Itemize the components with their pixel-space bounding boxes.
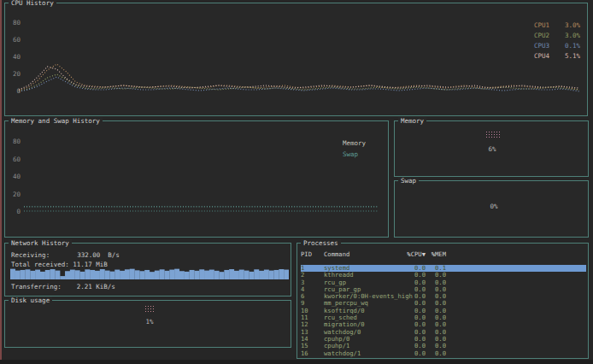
- network-spark-bar: [284, 270, 289, 279]
- network-spark-bar: [70, 270, 75, 279]
- memory-gauge-icon: [485, 131, 500, 138]
- network-spark-bar: [80, 272, 85, 279]
- process-pid: 1: [301, 265, 324, 272]
- process-pid: 16: [301, 350, 324, 357]
- network-spark-bar: [139, 271, 144, 279]
- network-spark-bar: [15, 271, 21, 279]
- disk-percent: 1%: [132, 318, 167, 326]
- memory-gauge-panel: Memory 6%: [394, 120, 589, 177]
- swap-gauge-panel: Swap 0%: [394, 180, 589, 238]
- process-command: watchdog/1: [324, 350, 399, 357]
- network-spark-bar: [214, 271, 220, 279]
- network-spark-bar: [224, 270, 229, 279]
- network-spark-bar: [199, 269, 204, 279]
- cpu-legend-item-cpu4: CPU45.1%: [534, 52, 580, 60]
- transferring-label: Transferring:: [11, 283, 62, 291]
- memory-percent: 6%: [475, 145, 509, 153]
- disk-usage-title: Disk usage: [9, 296, 52, 304]
- network-spark-bar: [30, 271, 35, 279]
- memory-gauge-title: Memory: [398, 117, 426, 125]
- cpu-legend-item-cpu3: CPU30.1%: [534, 42, 580, 50]
- network-spark-bar: [244, 271, 250, 279]
- memory-swap-history-panel: Memory and Swap History 806040200 Memory…: [4, 120, 389, 238]
- network-spark-bar: [274, 270, 279, 279]
- memswap-legend-item-memory: Memory: [343, 138, 366, 149]
- memory-swap-chart: [5, 121, 390, 238]
- network-spark-bar: [234, 271, 239, 279]
- network-spark-bar: [229, 269, 234, 279]
- process-pid: 2: [301, 272, 324, 279]
- network-spark-bar: [105, 271, 110, 279]
- receiving-label: Receiving:: [11, 251, 50, 259]
- network-spark-bar: [150, 272, 155, 279]
- network-spark-bar: [35, 270, 40, 279]
- process-row-watchdog/1[interactable]: 16watchdog/10.00.0: [301, 350, 586, 357]
- process-cpu: 0.0: [399, 350, 426, 357]
- processes-panel: Processes PID Command %CPU▼ %MEM 1system…: [296, 243, 589, 359]
- network-spark-bar: [249, 272, 254, 279]
- network-receiving-row: Receiving:332.00 B/s: [11, 251, 120, 259]
- series-cpu4: [19, 67, 579, 90]
- network-spark-bar: [75, 270, 80, 279]
- network-spark-bar: [254, 269, 259, 279]
- cpu-legend-item-cpu2: CPU23.0%: [534, 32, 580, 39]
- network-history-panel: Network History Receiving:332.00 B/s Tot…: [4, 243, 291, 296]
- network-total-received-row: Total received: 11.17 MiB: [11, 261, 108, 268]
- processes-title: Processes: [301, 239, 341, 247]
- network-spark-bar: [264, 270, 269, 279]
- network-sparkline: [10, 268, 289, 279]
- series-cpu2: [19, 74, 579, 91]
- cpu-legend-label: CPU4: [534, 52, 549, 60]
- process-table: PID Command %CPU▼ %MEM 1systemd0.00.12kt…: [301, 250, 586, 258]
- memory-swap-legend: MemorySwap: [343, 138, 366, 160]
- swap-gauge-title: Swap: [398, 177, 419, 185]
- network-spark-bar: [125, 269, 130, 279]
- column-header-mem[interactable]: %MEM: [426, 250, 446, 258]
- series-cpu1: [19, 64, 579, 91]
- cpu-history-chart: [5, 3, 589, 117]
- cpu-legend-label: CPU2: [534, 32, 549, 39]
- total-received-value: 11.17 MiB: [73, 261, 108, 268]
- system-monitor-screen: { "app": { "background": "#262626", "bor…: [0, 0, 593, 364]
- network-spark-bar: [144, 270, 150, 279]
- network-spark-bar: [269, 271, 274, 279]
- network-history-title: Network History: [9, 239, 72, 247]
- column-header-command[interactable]: Command: [324, 250, 399, 258]
- column-header-pid[interactable]: PID: [301, 250, 324, 258]
- network-spark-bar: [10, 269, 15, 279]
- cpu-legend-value: 0.1%: [565, 42, 580, 50]
- cpu-history-title: CPU History: [9, 0, 56, 7]
- network-spark-bar: [204, 271, 209, 279]
- cpu-legend: CPU13.0%CPU23.0%CPU30.1%CPU45.1%: [534, 21, 580, 60]
- cpu-history-panel: CPU History 806040200 CPU13.0%CPU23.0%CP…: [4, 3, 588, 116]
- column-header-cpu[interactable]: %CPU▼: [399, 250, 426, 258]
- memswap-legend-item-swap: Swap: [343, 150, 366, 160]
- network-spark-bar: [50, 269, 56, 279]
- disk-gauge-icon: [144, 305, 154, 313]
- network-spark-bar: [174, 269, 179, 279]
- cpu-legend-label: CPU3: [534, 42, 549, 50]
- series-cpu3: [19, 77, 579, 91]
- network-spark-bar: [155, 271, 160, 279]
- network-spark-bar: [279, 269, 284, 279]
- network-spark-bar: [239, 270, 244, 279]
- network-spark-bar: [100, 269, 105, 279]
- process-pid: 3: [301, 279, 324, 286]
- network-spark-bar: [179, 271, 185, 279]
- cpu-legend-item-cpu1: CPU13.0%: [534, 21, 580, 29]
- receiving-value: 332.00 B/s: [77, 251, 120, 259]
- cpu-legend-value: 3.0%: [565, 21, 580, 29]
- network-spark-bar: [185, 272, 190, 279]
- memory-swap-history-title: Memory and Swap History: [9, 117, 103, 125]
- network-spark-bar: [130, 269, 135, 279]
- network-spark-bar: [21, 270, 26, 279]
- network-spark-bar: [135, 270, 140, 279]
- network-spark-bar: [114, 270, 120, 279]
- cpu-legend-value: 5.1%: [565, 52, 580, 60]
- terminal-left-edge: [0, 0, 2, 364]
- network-spark-bar: [90, 270, 95, 279]
- disk-usage-panel: Disk usage 1%: [4, 300, 291, 348]
- cpu-legend-label: CPU1: [534, 21, 549, 29]
- network-spark-bar: [60, 276, 65, 279]
- network-spark-bar: [120, 271, 125, 279]
